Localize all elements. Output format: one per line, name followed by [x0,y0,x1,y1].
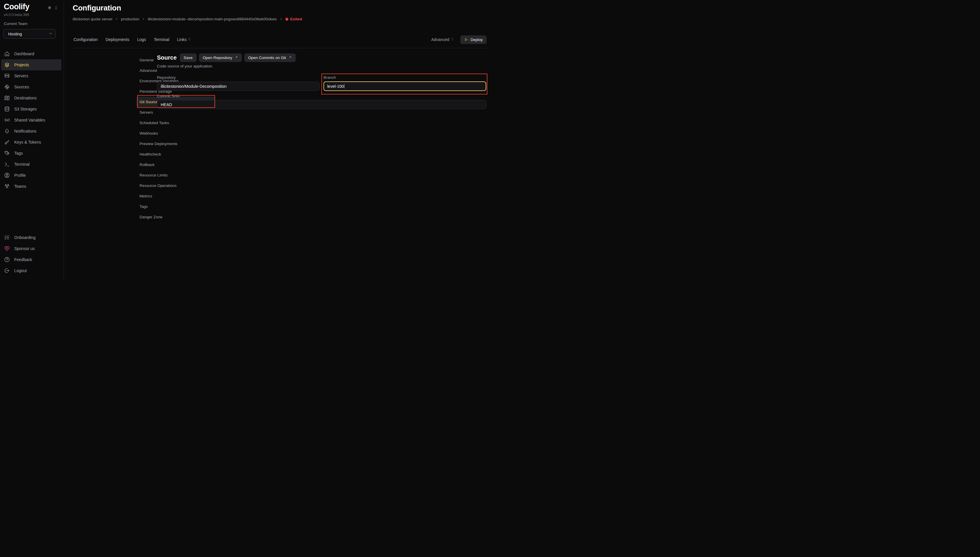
tab-configuration[interactable]: Configuration [73,37,98,42]
sidebar-item-destinations[interactable]: Destinations [1,93,61,104]
users-icon [4,184,10,189]
commit-sha-input[interactable] [157,100,486,109]
sidebar-item-shared-variables[interactable]: (x) Shared Variables [1,114,61,125]
subnav-item-webhooks[interactable]: Webhooks [137,128,215,138]
subnav-item-metrics[interactable]: Metrics [137,191,215,201]
tab-terminal[interactable]: Terminal [154,37,169,42]
chevrons-up-down-icon [188,37,191,42]
branch-input[interactable]: level-100 [323,81,486,91]
text-caret [344,84,345,88]
sidebar-item-logout[interactable]: Logout [1,265,61,276]
sidebar-item-keys-tokens[interactable]: Keys & Tokens [1,137,61,148]
server-icon [4,73,10,79]
commit-sha-label: Commit SHA [157,94,180,98]
deploy-button[interactable]: Deploy [460,36,486,44]
configuration-subnav: General Advanced Environment Variables P… [137,55,215,222]
resource-tabs: Configuration Deployments Logs Terminal … [73,35,191,44]
tags-icon [4,150,10,156]
team-select-value: Hosting [8,32,22,36]
coolify-app: Coolify v4.0.0-beta.399 Current Team Hos… [0,0,490,278]
status-label: Exited [290,17,302,21]
status-badge: Exited [285,17,302,21]
sidebar-item-s3-storages[interactable]: S3 Storages [1,104,61,114]
sidebar-item-onboarding[interactable]: Onboarding [1,232,61,243]
sidebar: Coolify v4.0.0-beta.399 Current Team Hos… [0,0,64,278]
chevron-right-icon [115,18,118,21]
source-heading: Source [157,54,177,61]
advanced-dropdown[interactable]: Advanced [431,37,454,42]
subnav-item-danger-zone[interactable]: Danger Zone [137,212,215,222]
sidebar-item-feedback[interactable]: Feedback [1,254,61,265]
external-link-icon [234,55,238,60]
repository-label: Repository [157,75,176,80]
main-content: Configuration illicitonion quote server … [64,0,490,278]
breadcrumb-resource[interactable]: illicitestonion/-module--decomposition:m… [148,17,277,21]
chevrons-up-down-icon [451,37,454,42]
open-commits-button[interactable]: Open Commits on Git [244,54,296,62]
sidebar-item-sources[interactable]: Sources [1,81,61,93]
brand-row: Coolify [4,2,60,14]
tabs-divider [73,48,488,48]
sidebar-nav: Dashboard Projects Servers Sources Desti… [0,48,64,192]
help-icon [4,257,10,262]
sidebar-item-sponsor[interactable]: Sponsor us [1,243,61,254]
chevron-right-icon [280,18,283,21]
repository-input[interactable] [157,82,320,91]
chevron-right-icon [142,18,145,21]
save-button[interactable]: Save [180,54,197,62]
team-select[interactable]: Hosting [3,29,56,39]
subnav-item-resource-limits[interactable]: Resource Limits [137,170,215,180]
breadcrumb-project[interactable]: illicitonion quote server [73,17,112,21]
play-icon [464,37,468,42]
heart-icon [4,246,10,251]
chevron-down-icon [49,31,53,37]
logout-icon [4,268,10,274]
current-team-label: Current Team [4,21,28,26]
bell-icon [4,128,10,134]
sidebar-item-servers[interactable]: Servers [1,70,61,81]
source-description: Code source of your application. [157,64,213,68]
tab-deployments[interactable]: Deployments [106,37,129,42]
key-icon [4,139,10,145]
map-icon [4,95,10,101]
subnav-item-rollback[interactable]: Rollback [137,159,215,170]
theme-switcher-chevrons-icon[interactable] [54,5,58,10]
status-dot-icon [285,18,288,21]
user-icon [4,173,10,178]
home-icon [4,51,10,57]
subnav-item-tags[interactable]: Tags [137,201,215,212]
subnav-item-healthcheck[interactable]: Healthcheck [137,149,215,159]
theme-sun-icon[interactable] [47,5,52,10]
subnav-item-scheduled-tasks[interactable]: Scheduled Tasks [137,117,215,128]
sidebar-bottom-nav: Onboarding Sponsor us Feedback Logout [0,232,64,276]
database-icon [4,106,10,112]
tab-links[interactable]: Links [177,37,191,42]
sidebar-item-tags[interactable]: Tags [1,148,61,159]
branch-label: Branch [323,75,336,80]
external-link-icon [288,55,292,60]
sidebar-item-teams[interactable]: Teams [1,181,61,192]
open-repository-button[interactable]: Open Repository [199,54,242,62]
breadcrumb-environment[interactable]: production [121,17,139,21]
top-actions: Advanced Deploy [431,35,486,44]
sidebar-item-projects[interactable]: Projects [1,59,61,70]
sidebar-item-notifications[interactable]: Notifications [1,125,61,137]
subnav-item-resource-operations[interactable]: Resource Operations [137,180,215,191]
sidebar-item-dashboard[interactable]: Dashboard [1,48,61,59]
sidebar-item-terminal[interactable]: Terminal [1,159,61,170]
subnav-item-preview-deployments[interactable]: Preview Deployments [137,138,215,149]
terminal-icon [4,161,10,167]
checklist-icon [4,235,10,240]
breadcrumb: illicitonion quote server production ill… [73,17,302,21]
sidebar-item-profile[interactable]: Profile [1,170,61,181]
source-header: Source Save Open Repository Open Commits… [157,53,296,62]
tab-logs[interactable]: Logs [137,37,146,42]
git-source-icon [4,84,10,90]
layers-icon [4,62,10,68]
app-version: v4.0.0-beta.399 [4,13,29,17]
variables-icon: (x) [4,117,10,123]
app-logo: Coolify [4,2,29,11]
page-title: Configuration [73,3,121,13]
